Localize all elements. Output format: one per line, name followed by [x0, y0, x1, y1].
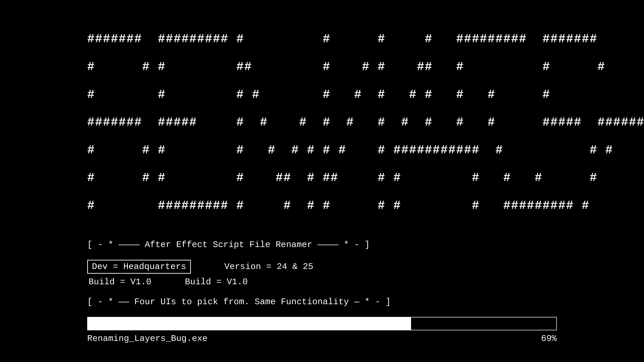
ascii-line1: ####### ######### # # # # ######### ####… — [87, 32, 598, 46]
progress-section: Renaming_Layers_Bug.exe 69% — [87, 317, 557, 344]
info-row-2: Build = V1.0 Build = V1.0 — [87, 277, 557, 287]
ascii-line5: # # # # # # # # # # ########### # # # — [87, 143, 613, 157]
progress-filename: Renaming_Layers_Bug.exe — [87, 334, 208, 344]
header-divider: [ - * ———— After Effect Script File Rena… — [87, 240, 370, 250]
progress-percent: 69% — [541, 334, 557, 344]
progress-bar-container — [87, 317, 557, 330]
progress-bar-fill — [88, 318, 411, 330]
info-block: Dev = Headquarters Version = 24 & 25 Bui… — [87, 260, 557, 287]
progress-info: Renaming_Layers_Bug.exe 69% — [87, 334, 557, 344]
build-label-dev: Build = V1.0 — [87, 277, 151, 287]
build-label-version: Build = V1.0 — [185, 277, 248, 287]
ascii-line2: # # # ## # # # ## # # # — [87, 60, 605, 74]
ascii-art-banner: ####### ######### # # # # ######### ####… — [87, 18, 557, 227]
dev-label: Dev = Headquarters — [87, 260, 191, 274]
ascii-line4: ####### ##### # # # # # # # # # # ##### … — [87, 115, 644, 129]
ascii-line6: # # # # ## # ## # # # # # # # — [87, 171, 644, 185]
ascii-line3: # # # # # # # # # # # # # — [87, 88, 644, 102]
info-row-1: Dev = Headquarters Version = 24 & 25 — [87, 260, 557, 274]
ascii-line7: # ######### # # # # # # # ######### # # — [87, 199, 644, 213]
version-label: Version = 24 & 25 — [224, 262, 314, 272]
footer-divider: [ - * —— Four UIs to pick from. Same Fun… — [87, 297, 391, 307]
main-container: ####### ######### # # # # ######### ####… — [54, 18, 590, 344]
